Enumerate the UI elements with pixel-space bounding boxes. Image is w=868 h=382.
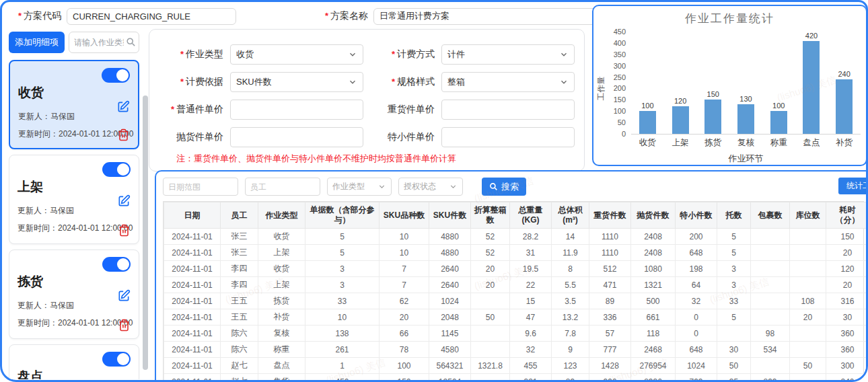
table-cell: 上架 (258, 245, 305, 261)
table-cell: 5 (717, 309, 751, 326)
form-select-2[interactable]: SKU件数 (230, 72, 363, 92)
y-tick-label: 400 (603, 39, 626, 47)
edit-icon[interactable] (117, 289, 131, 303)
trash-icon[interactable] (117, 128, 130, 141)
table-cell: 9.6 (510, 326, 552, 342)
form-field-label: *作业类型 (152, 48, 230, 61)
table-cell: 31 (510, 245, 552, 261)
table-cell: 200 (676, 229, 717, 245)
table-cell: 360 (826, 326, 868, 342)
chart-bar (770, 111, 787, 134)
enable-toggle[interactable] (102, 162, 131, 177)
form-input-5[interactable] (441, 100, 575, 120)
employee-input[interactable] (245, 178, 320, 196)
table-cell: 799 (676, 374, 717, 382)
form-select-3[interactable]: 整箱 (441, 72, 575, 92)
table-cell: 996 (589, 374, 631, 382)
column-header: 总重量 (KG) (510, 202, 552, 229)
table-cell: 12564 (429, 374, 471, 382)
form-field-7: 特小件单价 (363, 127, 575, 147)
search-button[interactable]: 搜索 (482, 178, 526, 196)
form-input-6[interactable] (230, 127, 363, 147)
edit-icon[interactable] (116, 100, 130, 114)
table-cell: 500 (631, 293, 676, 309)
enable-toggle[interactable] (102, 68, 130, 83)
enable-toggle[interactable] (102, 352, 131, 367)
x-tick-label: 上架 (664, 137, 697, 149)
table-cell: 198 (676, 261, 717, 277)
required-asterisk: * (325, 11, 328, 21)
plan-code-input[interactable] (67, 8, 236, 25)
column-header: 耗时（分） (826, 202, 868, 229)
trash-icon[interactable] (118, 224, 131, 237)
column-header: 抛货件数 (631, 202, 676, 229)
sidebar-card-2[interactable]: 拣货更新人：马保国更新时间：2024-01-01 12:00:00 (9, 250, 139, 339)
table-cell: 777 (589, 342, 631, 358)
x-tick-label: 收货 (631, 137, 664, 149)
trash-icon[interactable] (118, 319, 131, 332)
table-cell: 62 (379, 293, 429, 309)
table-cell: 赵七 (221, 358, 258, 374)
form-input-7[interactable] (441, 127, 575, 147)
plan-code-field: *方案代码 (18, 7, 236, 25)
form-field-label: *普通件单价 (152, 104, 230, 116)
chevron-down-icon (377, 182, 386, 191)
enable-toggle[interactable] (102, 257, 131, 272)
table-cell: 20 (790, 309, 826, 326)
form-note: 注：重货件单价、抛货件单价与特小件单价不维护时均按普通件单价计算 (176, 153, 456, 165)
form-field-5: 重货件单价 (363, 100, 575, 120)
chart-bar (704, 100, 721, 134)
table-cell: 1110 (589, 245, 631, 261)
table-cell: 32 (676, 293, 717, 309)
table-cell: 2048 (429, 309, 471, 326)
form-field-label: 抛货件单价 (152, 131, 230, 143)
table-cell: 50 (790, 358, 826, 374)
auth-status-select[interactable]: 授权状态 (398, 178, 463, 196)
bar-chart: 450400350300250200150100500工作量1001201501… (593, 26, 866, 165)
y-tick-label: 100 (603, 107, 626, 115)
form-input-4[interactable] (230, 100, 363, 120)
column-header: SKU件数 (429, 202, 471, 229)
table-cell: 2024-11-01 (164, 309, 221, 326)
column-header: 总体积 (m³) (552, 202, 589, 229)
sidebar-card-1[interactable]: 上架更新人：马保国更新时间：2024-01-01 12:00:00 (9, 155, 139, 244)
card-title: 拣货 (17, 273, 131, 291)
table-cell: 14 (552, 229, 589, 245)
chart-bar (737, 104, 754, 134)
table-cell: 3 (305, 277, 379, 293)
table-cell: 3 (717, 277, 751, 293)
edit-icon[interactable] (117, 194, 131, 208)
bar-value-label: 420 (805, 32, 818, 40)
chevron-down-icon (449, 182, 458, 191)
table-cell: 108 (790, 293, 826, 309)
bar-value-label: 100 (772, 102, 785, 110)
table-cell (790, 261, 826, 277)
add-detail-item-button[interactable]: 添加明细项 (9, 32, 65, 53)
table-cell: 5 (717, 229, 751, 245)
stats-workload-button[interactable]: 统计工作量 (838, 178, 868, 194)
table-cell (790, 374, 826, 382)
table-cell: 534 (751, 342, 790, 358)
table-cell (751, 293, 790, 309)
form-select-0[interactable]: 收货 (230, 44, 363, 65)
table-cell: 2024-11-01 (164, 326, 221, 342)
work-type-select[interactable]: 作业类型 (327, 178, 392, 196)
sidebar-card-0[interactable]: 收货更新人：马保国更新时间：2024-01-01 12:00:00 (9, 60, 139, 149)
table-cell: 李四 (221, 277, 258, 293)
table-cell: 28.2 (510, 229, 552, 245)
chart-bar (803, 41, 820, 134)
plan-code-label: *方案代码 (18, 10, 61, 22)
date-range-input[interactable] (163, 178, 238, 196)
table-cell: 471 (589, 277, 631, 293)
table-cell: 10 (379, 229, 429, 245)
search-icon (489, 182, 498, 191)
charging-rule-form: *作业类型收货*计费方式计件*计费依据SKU件数*规格样式整箱*普通件单价重货件… (149, 29, 585, 171)
sidebar-scrollbar[interactable] (143, 96, 148, 370)
table-cell: 50 (717, 358, 751, 374)
form-select-1[interactable]: 计件 (441, 44, 575, 65)
table-cell (471, 374, 510, 382)
sidebar-card-3[interactable]: 盘点 (9, 344, 139, 379)
table-cell: 5 (305, 245, 379, 261)
plan-name-input[interactable] (373, 8, 626, 25)
x-axis-label: 作业环节 (631, 153, 861, 165)
